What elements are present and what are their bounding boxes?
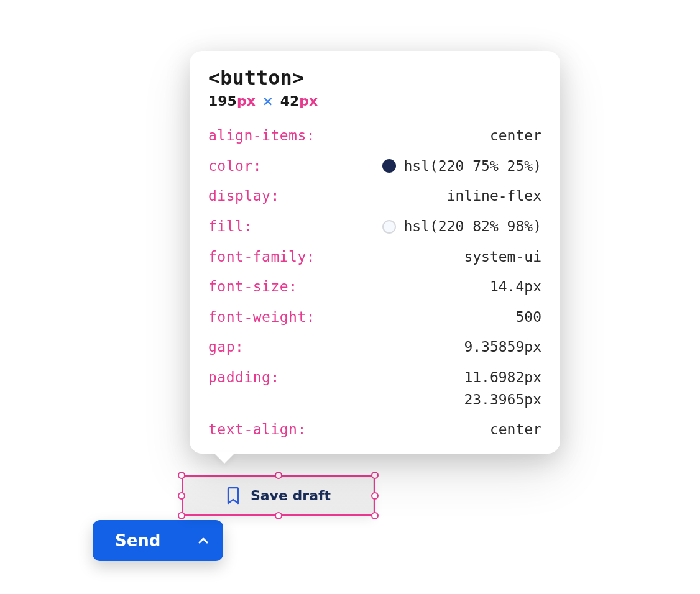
chevron-up-icon: [197, 534, 210, 547]
prop-font-weight: font-weight 500: [208, 306, 541, 329]
send-button[interactable]: Send: [93, 520, 183, 561]
element-dimensions: 195px × 42px: [208, 93, 541, 109]
prop-value: hsl(220 82% 98%): [382, 216, 541, 238]
prop-font-family: font-family system-ui: [208, 246, 541, 268]
selection-handle[interactable]: [275, 472, 282, 479]
selection-handle[interactable]: [178, 472, 185, 479]
send-label: Send: [115, 531, 160, 550]
prop-name: fill: [208, 216, 253, 238]
element-tag: <button>: [208, 66, 541, 89]
prop-value: hsl(220 75% 25%): [382, 155, 541, 178]
color-swatch-icon: [382, 220, 396, 234]
prop-fill: fill hsl(220 82% 98%): [208, 216, 541, 238]
css-inspector-tooltip: <button> 195px × 42px align-items center…: [190, 51, 560, 454]
prop-value: center: [490, 125, 541, 147]
prop-name: font-weight: [208, 306, 315, 329]
dim-width: 195: [208, 93, 237, 109]
prop-name: color: [208, 155, 262, 178]
prop-value: 9.35859px: [464, 336, 541, 359]
color-swatch-icon: [382, 159, 396, 173]
selection-handle[interactable]: [371, 472, 379, 479]
send-button-group: Send: [93, 520, 223, 561]
css-properties-list: align-items center color hsl(220 75% 25%…: [208, 125, 541, 441]
prop-value: 11.6982px 23.3965px: [464, 367, 541, 411]
prop-name: gap: [208, 336, 244, 359]
prop-padding: padding 11.6982px 23.3965px: [208, 367, 541, 411]
prop-name: text-align: [208, 419, 306, 441]
selection-handle[interactable]: [275, 512, 282, 519]
dim-separator: ×: [260, 93, 275, 109]
dim-height: 42: [280, 93, 300, 109]
prop-name: font-family: [208, 246, 315, 268]
prop-value: center: [490, 419, 541, 441]
prop-gap: gap 9.35859px: [208, 336, 541, 359]
selection-handle[interactable]: [371, 512, 379, 519]
dim-height-unit: px: [299, 93, 318, 109]
prop-value: 14.4px: [490, 276, 541, 298]
selection-rect: [182, 475, 375, 516]
dim-width-unit: px: [237, 93, 256, 109]
prop-value: inline-flex: [447, 185, 541, 208]
selection-handle[interactable]: [178, 492, 185, 500]
selection-handle[interactable]: [178, 512, 185, 519]
prop-name: padding: [208, 367, 280, 389]
prop-display: display inline-flex: [208, 185, 541, 208]
prop-name: align-items: [208, 125, 315, 147]
prop-font-size: font-size 14.4px: [208, 276, 541, 298]
prop-value: 500: [515, 306, 541, 329]
selection-handle[interactable]: [371, 492, 379, 500]
prop-value: system-ui: [464, 246, 541, 268]
prop-align-items: align-items center: [208, 125, 541, 147]
prop-color: color hsl(220 75% 25%): [208, 155, 541, 178]
prop-name: font-size: [208, 276, 297, 298]
prop-text-align: text-align center: [208, 419, 541, 441]
selection-overlay: Save draft: [182, 475, 375, 516]
prop-name: display: [208, 185, 280, 208]
send-dropdown-toggle[interactable]: [183, 520, 223, 561]
